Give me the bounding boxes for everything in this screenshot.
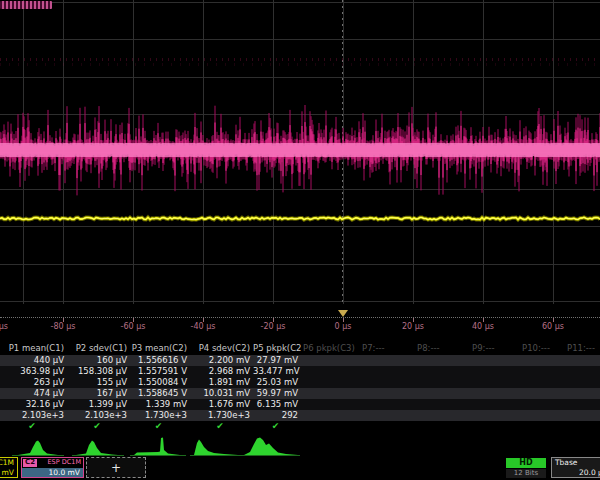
- param-cell-min: 263 µV: [0, 377, 67, 388]
- param-cell-max: [360, 388, 415, 399]
- param-cell-sdev: [520, 399, 565, 410]
- param-cell-sdev: [470, 399, 520, 410]
- param-cell-max: [470, 388, 520, 399]
- waveform-grid-area[interactable]: [0, 0, 600, 304]
- param-header: P10:---: [520, 342, 565, 355]
- param-cell-num: [360, 410, 415, 421]
- hd-mode-badge: HD: [506, 458, 546, 468]
- param-cell-min: 25.03 mV: [253, 377, 301, 388]
- param-cell-sdev: [415, 399, 470, 410]
- c2-coupling: ESP DC1M: [47, 458, 83, 468]
- param-cell-value: [360, 355, 415, 366]
- measurement-table: P1 mean(C1)P2 sdev(C1)P3 mean(C2)P4 sdev…: [0, 342, 600, 432]
- param-cell-mean: [301, 366, 360, 377]
- histicon-p1: [18, 441, 58, 456]
- c2-scale: 10.0 mV: [48, 468, 80, 477]
- trace-plot: [0, 0, 600, 304]
- param-cell-mean: 158.308 µV: [67, 366, 130, 377]
- param-header: P6 pkpk(C3): [301, 342, 360, 355]
- param-cell-num: [565, 410, 600, 421]
- param-cell-value: [301, 355, 360, 366]
- hd-bits-label: 12 Bits: [506, 469, 546, 478]
- param-cell-sdev: [360, 399, 415, 410]
- param-cell-min: 1.891 mV: [190, 377, 253, 388]
- c2-descriptor-box[interactable]: C2 ESP DC1M 10.0 mV: [21, 457, 84, 478]
- histicon-p3: [134, 438, 180, 456]
- param-cell-num: 2.103e+3: [0, 410, 67, 421]
- param-cell-value: [470, 355, 520, 366]
- time-axis-tick-label: 60 µs: [542, 322, 564, 331]
- param-cell-max: 1.558645 V: [130, 388, 190, 399]
- timebase-descriptor-box[interactable]: Tbase 20.0 µs: [551, 457, 600, 478]
- c2-channel-badge: C2: [23, 459, 37, 467]
- param-cell-mean: 33.477 mV: [253, 366, 301, 377]
- tbase-label: Tbase: [555, 458, 577, 467]
- time-axis-tick-label: -40 µs: [191, 322, 216, 331]
- param-cell-max: 59.97 mV: [253, 388, 301, 399]
- time-axis-tick-label: 20 µs: [402, 322, 424, 331]
- param-cell-value: 440 µV: [0, 355, 67, 366]
- param-cell-value: [415, 355, 470, 366]
- param-header: P9:---: [470, 342, 520, 355]
- param-header[interactable]: P4 sdev(C2): [190, 342, 253, 355]
- plus-icon: +: [111, 461, 121, 475]
- param-cell-min: [470, 377, 520, 388]
- param-cell-num: 2.103e+3: [67, 410, 130, 421]
- histicon-p5: [244, 438, 298, 456]
- oscilloscope-screen: -100 µs-80 µs-60 µs-40 µs-20 µs0 µs20 µs…: [0, 0, 600, 480]
- param-cell-min: [360, 377, 415, 388]
- param-header[interactable]: P1 mean(C1): [0, 342, 67, 355]
- param-header[interactable]: P5 pkpk(C2): [253, 342, 301, 355]
- add-trace-button[interactable]: +: [86, 457, 146, 478]
- param-cell-max: [415, 388, 470, 399]
- time-axis-line: [0, 317, 600, 318]
- param-cell-value: [565, 355, 600, 366]
- trigger-position-marker[interactable]: [338, 310, 348, 317]
- param-cell-mean: 2.968 mV: [190, 366, 253, 377]
- param-cell-mean: [360, 366, 415, 377]
- time-axis-tick-label: -60 µs: [121, 322, 146, 331]
- c1-scale: 50.0 mV: [0, 468, 14, 477]
- time-axis-tick-label: -20 µs: [261, 322, 286, 331]
- param-cell-mean: [565, 366, 600, 377]
- param-cell-min: 155 µV: [67, 377, 130, 388]
- param-cell-sdev: [565, 399, 600, 410]
- tbase-value: 20.0 µs: [579, 468, 600, 477]
- param-cell-num: [415, 410, 470, 421]
- param-cell-min: [565, 377, 600, 388]
- bottom-status-bar: DC1M 50.0 mV C2 ESP DC1M 10.0 mV + HD 12…: [0, 457, 600, 480]
- param-cell-value: 27.97 mV: [253, 355, 301, 366]
- time-axis-tick-label: -100 µs: [0, 322, 8, 331]
- param-histicons[interactable]: [0, 430, 600, 458]
- param-cell-sdev: 1.676 mV: [190, 399, 253, 410]
- param-cell-sdev: 6.135 mV: [253, 399, 301, 410]
- param-header: P7:---: [360, 342, 415, 355]
- time-axis: -100 µs-80 µs-60 µs-40 µs-20 µs0 µs20 µs…: [0, 304, 600, 340]
- param-cell-num: [470, 410, 520, 421]
- histicon-p2: [76, 441, 118, 456]
- param-header[interactable]: P2 sdev(C1): [67, 342, 130, 355]
- param-cell-mean: [520, 366, 565, 377]
- param-cell-mean: 1.557591 V: [130, 366, 190, 377]
- param-cell-value: [520, 355, 565, 366]
- param-cell-mean: 363.98 µV: [0, 366, 67, 377]
- param-cell-mean: [470, 366, 520, 377]
- time-axis-tick-label: -80 µs: [51, 322, 76, 331]
- histicon-p4: [194, 440, 238, 456]
- param-cell-min: 1.550084 V: [130, 377, 190, 388]
- param-header[interactable]: P3 mean(C2): [130, 342, 190, 355]
- param-cell-num: [301, 410, 360, 421]
- param-cell-min: [301, 377, 360, 388]
- param-cell-value: 2.200 mV: [190, 355, 253, 366]
- param-cell-num: 1.730e+3: [130, 410, 190, 421]
- param-cell-max: 474 µV: [0, 388, 67, 399]
- c1-descriptor-box[interactable]: DC1M 50.0 mV: [0, 457, 18, 478]
- c2-trace-core: [0, 143, 600, 157]
- param-cell-max: [565, 388, 600, 399]
- param-cell-sdev: 32.16 µV: [0, 399, 67, 410]
- param-cell-sdev: 1.399 µV: [67, 399, 130, 410]
- param-cell-mean: [415, 366, 470, 377]
- param-cell-max: 167 µV: [67, 388, 130, 399]
- param-cell-num: [520, 410, 565, 421]
- param-cell-max: [520, 388, 565, 399]
